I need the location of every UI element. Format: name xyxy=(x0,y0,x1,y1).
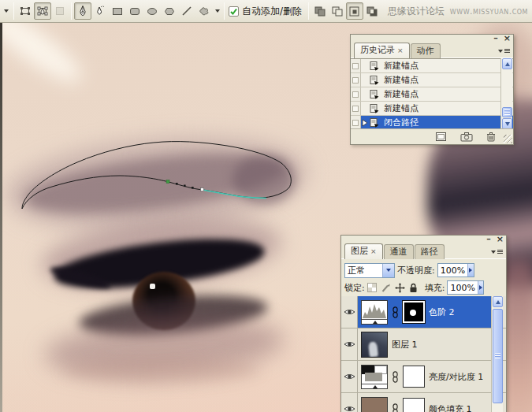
path-outline[interactable] xyxy=(22,142,291,209)
image-layer-thumbnail[interactable] xyxy=(361,332,388,358)
pen-tool-button[interactable] xyxy=(74,2,91,20)
layer-row-levels-2[interactable]: 色阶 2 xyxy=(341,296,506,328)
tab-channels[interactable]: 通道 xyxy=(384,244,414,259)
path-segment-cyan[interactable] xyxy=(203,190,266,199)
history-state-row-selected[interactable]: 闭合路径 xyxy=(351,116,513,129)
layer-visibility-toggle[interactable] xyxy=(341,328,358,360)
opacity-label: 不透明度: xyxy=(397,265,435,277)
lock-all-icon[interactable] xyxy=(409,283,418,293)
tab-close-icon[interactable]: × xyxy=(370,247,377,255)
layer-mask-thumbnail[interactable] xyxy=(403,398,425,412)
rectangle-tool-button[interactable] xyxy=(109,2,126,20)
history-state-icon xyxy=(368,103,381,114)
lock-transparency-icon[interactable] xyxy=(367,283,377,292)
mask-link-icon[interactable] xyxy=(392,371,399,383)
resize-grip[interactable] xyxy=(504,135,512,143)
fill-field[interactable]: 100% xyxy=(447,280,484,295)
history-state-row[interactable]: 新建锚点 xyxy=(351,73,513,87)
shape-layers-button[interactable] xyxy=(17,2,34,20)
layer-visibility-toggle[interactable] xyxy=(341,296,358,328)
opacity-slider-arrow-icon[interactable] xyxy=(467,264,474,277)
freeform-pen-tool-button[interactable] xyxy=(91,2,109,20)
tab-paths[interactable]: 路径 xyxy=(415,244,445,259)
intersect-path-area-button[interactable] xyxy=(346,2,363,20)
layer-row-layer-1[interactable]: 图层 1 xyxy=(341,328,506,361)
layer-mask-thumbnail[interactable] xyxy=(403,366,425,388)
subtract-path-area-button[interactable] xyxy=(329,2,346,20)
minimize-icon[interactable]: – xyxy=(493,35,498,43)
eye-icon xyxy=(344,340,355,348)
history-state-row[interactable]: 新建锚点 xyxy=(351,59,513,73)
lock-paint-icon[interactable] xyxy=(381,283,391,293)
history-source-checkbox[interactable] xyxy=(351,73,361,87)
line-tool-button[interactable] xyxy=(178,2,195,20)
opacity-field[interactable]: 100% xyxy=(437,263,474,277)
lock-position-icon[interactable] xyxy=(395,283,405,293)
anchor-point[interactable] xyxy=(176,183,178,185)
scroll-down-icon[interactable] xyxy=(502,118,512,129)
ellipse-tool-button[interactable] xyxy=(143,2,161,20)
fill-label: 填充: xyxy=(425,282,445,294)
current-state-pointer-icon[interactable] xyxy=(361,119,368,127)
history-source-checkbox[interactable] xyxy=(351,102,361,115)
separator xyxy=(71,2,72,20)
exclude-path-area-button[interactable] xyxy=(363,2,381,20)
new-document-from-state-icon[interactable] xyxy=(435,132,447,142)
separator xyxy=(13,2,14,20)
auto-add-delete-checkbox[interactable] xyxy=(229,6,239,17)
custom-shape-tool-button[interactable] xyxy=(195,2,213,20)
anchor-point-white[interactable] xyxy=(201,188,204,191)
history-state-row[interactable]: 新建锚点 xyxy=(351,102,513,116)
history-source-checkbox[interactable] xyxy=(351,87,361,101)
custom-shape-tool-icon xyxy=(198,5,210,17)
scrollbar-thumb[interactable] xyxy=(493,309,503,403)
chevron-down-icon[interactable] xyxy=(382,264,394,277)
history-source-checkbox[interactable] xyxy=(351,59,361,72)
color-fill-thumbnail[interactable] xyxy=(361,397,388,412)
watermark-url: www.missyuan.com xyxy=(450,6,528,17)
close-icon[interactable]: × xyxy=(504,35,511,43)
history-state-row[interactable]: 新建锚点 xyxy=(351,87,513,102)
tab-history[interactable]: 历史记录× xyxy=(354,43,410,58)
layers-scrollbar[interactable] xyxy=(491,296,503,412)
eye-icon xyxy=(344,405,355,412)
scrollbar-thumb[interactable] xyxy=(502,107,512,117)
rounded-rectangle-tool-button[interactable] xyxy=(126,2,143,20)
tab-close-icon[interactable]: × xyxy=(397,46,404,54)
mask-link-icon[interactable] xyxy=(392,306,399,318)
tab-actions[interactable]: 动作 xyxy=(411,43,441,58)
add-path-area-button[interactable] xyxy=(311,2,329,20)
layer-row-color-fill-1[interactable]: 颜色填充 1 xyxy=(341,393,506,412)
panel-menu-icon[interactable] xyxy=(489,247,504,257)
paths-mode-button[interactable] xyxy=(34,2,51,20)
anchor-point[interactable] xyxy=(184,185,186,187)
tool-preset-arrow-icon[interactable] xyxy=(2,2,11,20)
brightness-contrast-thumbnail[interactable] xyxy=(361,365,388,389)
history-source-checkbox[interactable] xyxy=(351,116,361,129)
shape-list-arrow-icon[interactable] xyxy=(213,2,221,20)
separator xyxy=(308,2,309,20)
pen-tool-icon xyxy=(76,5,89,17)
new-snapshot-icon[interactable] xyxy=(460,132,473,142)
history-scrollbar[interactable] xyxy=(500,58,512,129)
layer-visibility-toggle[interactable] xyxy=(341,393,358,412)
layer-row-brightness-contrast-1[interactable]: 亮度/对比度 1 xyxy=(341,361,506,393)
anchor-point[interactable] xyxy=(192,187,194,189)
anchor-point-green[interactable] xyxy=(166,180,169,184)
scroll-up-icon[interactable] xyxy=(493,296,503,307)
layer-visibility-toggle[interactable] xyxy=(341,361,358,392)
levels-adjustment-thumbnail[interactable] xyxy=(361,300,388,325)
minimize-icon[interactable]: – xyxy=(486,236,491,243)
blend-mode-select[interactable]: 正常 xyxy=(344,263,395,278)
add-path-area-icon xyxy=(314,6,326,17)
close-icon[interactable]: × xyxy=(497,236,504,243)
layer-mask-thumbnail[interactable] xyxy=(403,301,425,323)
fill-slider-arrow-icon[interactable] xyxy=(478,281,484,294)
tab-layers[interactable]: 图层× xyxy=(344,243,383,259)
trash-icon[interactable] xyxy=(486,132,496,142)
panel-menu-icon[interactable] xyxy=(497,46,511,56)
polygon-tool-button[interactable] xyxy=(161,2,178,20)
scroll-up-icon[interactable] xyxy=(502,58,512,69)
mask-link-icon[interactable] xyxy=(392,403,399,412)
history-panel: – × 历史记录× 动作 新建锚点 xyxy=(350,34,514,145)
